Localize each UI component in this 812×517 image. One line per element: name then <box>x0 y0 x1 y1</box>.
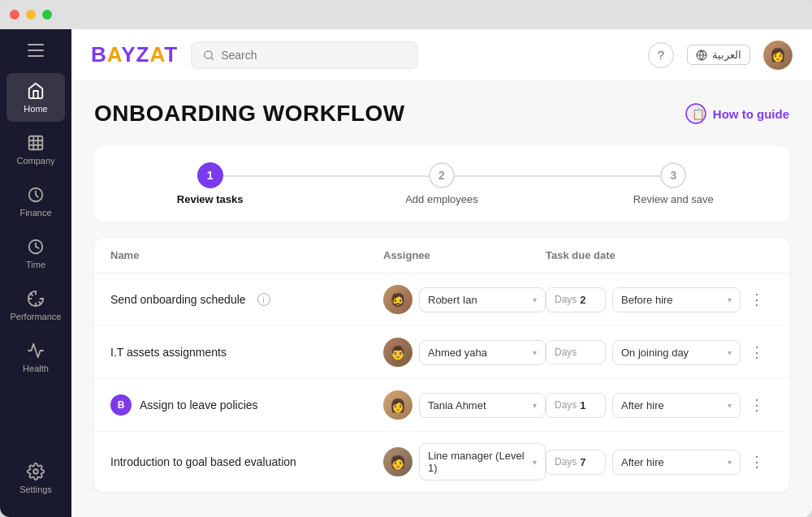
home-icon <box>26 81 45 101</box>
sidebar-item-settings[interactable]: Settings <box>6 454 65 502</box>
hamburger-button[interactable] <box>0 29 71 71</box>
sidebar-item-time[interactable]: Time <box>6 229 65 278</box>
sidebar-item-health[interactable]: Health <box>6 333 65 381</box>
assignee-avatar-0: 🧔 <box>383 285 412 314</box>
chevron-down-icon: ▾ <box>533 348 537 357</box>
days-input-2[interactable]: Days 1 <box>546 393 606 418</box>
assignee-name-1: Ahmed yaha <box>428 347 487 359</box>
help-button[interactable]: ? <box>648 42 674 68</box>
step-2[interactable]: 2 Add employees <box>326 162 557 205</box>
svg-line-5 <box>211 57 214 59</box>
assignee-name-0: Robert Ian <box>428 294 477 306</box>
svg-rect-0 <box>29 136 43 150</box>
assignee-select-1[interactable]: Ahmed yaha ▾ <box>419 340 546 365</box>
more-button-1[interactable]: ⋮ <box>741 340 773 364</box>
close-dot[interactable] <box>10 10 19 19</box>
assignee-avatar-2: 👩 <box>383 390 412 420</box>
sidebar-health-label: Health <box>23 364 49 373</box>
task-name-cell: I.T assets assignments <box>110 346 383 359</box>
minimize-dot[interactable] <box>26 10 36 19</box>
step-1-label: Review tasks <box>177 193 244 205</box>
chevron-down-icon: ▾ <box>533 401 537 410</box>
chevron-down-icon: ▾ <box>728 348 732 357</box>
timing-label-3: After hire <box>621 456 664 468</box>
days-input-1[interactable]: Days <box>546 340 606 364</box>
avatar-image: 👩 <box>763 41 793 70</box>
help-icon: ? <box>658 48 664 62</box>
timing-select-2[interactable]: After hire ▾ <box>612 393 741 418</box>
days-value-3: 7 <box>580 456 585 468</box>
avatar[interactable]: 👩 <box>763 41 793 70</box>
table-row: B Assign to leave policies 👩 Tania Ahmet… <box>94 379 789 432</box>
info-icon-0[interactable]: i <box>257 293 270 306</box>
svg-point-3 <box>33 469 38 474</box>
language-button[interactable]: العربية <box>687 45 750 65</box>
timing-label-2: After hire <box>621 399 664 411</box>
stepper: 1 Review tasks 2 Add employees <box>94 146 789 222</box>
performance-icon <box>26 289 45 308</box>
sidebar-settings-label: Settings <box>19 485 52 494</box>
health-icon <box>26 341 45 360</box>
step-3[interactable]: 3 Review and save <box>558 162 789 205</box>
page-body: ONBOARDING WORKFLOW 📋 How to guide <box>71 81 812 517</box>
timing-select-1[interactable]: On joining day ▾ <box>612 340 741 365</box>
more-button-3[interactable]: ⋮ <box>741 450 773 474</box>
chevron-down-icon: ▾ <box>533 295 537 304</box>
more-button-2[interactable]: ⋮ <box>741 393 773 417</box>
sidebar-item-home[interactable]: Home <box>6 73 65 122</box>
step-2-circle: 2 <box>429 162 455 188</box>
task-name-text-0: Send onboarding schedule <box>110 293 246 306</box>
step-1[interactable]: 1 Review tasks <box>94 162 326 205</box>
top-header: BAYZAT ? العرب <box>71 29 812 81</box>
chevron-down-icon: ▾ <box>728 458 732 467</box>
assignee-select-0[interactable]: Robert Ian ▾ <box>419 287 546 312</box>
step-3-circle: 3 <box>660 162 686 188</box>
assignee-name-2: Tania Ahmet <box>428 399 486 411</box>
days-input-0[interactable]: Days 2 <box>546 287 606 312</box>
col-header-actions <box>741 249 773 261</box>
days-label-1: Days <box>555 347 577 358</box>
how-to-guide-label: How to guide <box>713 107 789 121</box>
guide-icon: 📋 <box>685 103 706 124</box>
sidebar-item-company[interactable]: Company <box>6 125 65 174</box>
settings-icon <box>26 462 45 481</box>
search-input[interactable] <box>221 49 406 62</box>
days-value-2: 1 <box>580 399 585 411</box>
days-input-3[interactable]: Days 7 <box>546 450 606 475</box>
globe-icon <box>696 50 707 61</box>
task-name-cell: Introduction to goal based evaluation <box>110 455 383 468</box>
timing-select-0[interactable]: Before hire ▾ <box>612 287 741 312</box>
chevron-down-icon: ▾ <box>533 458 537 467</box>
col-header-due-date: Task due date <box>546 249 741 261</box>
search-bar[interactable] <box>191 41 418 69</box>
days-label-0: Days <box>555 294 577 305</box>
how-to-guide-button[interactable]: 📋 How to guide <box>685 103 789 124</box>
sidebar-home-label: Home <box>24 104 47 114</box>
assignee-cell-2: 👩 Tania Ahmet ▾ <box>383 390 546 420</box>
maximize-dot[interactable] <box>42 10 52 19</box>
assignee-cell-3: 🧑 Line manager (Level 1) ▾ <box>383 443 546 480</box>
assignee-avatar-1: 👨 <box>383 338 412 367</box>
sidebar-item-performance[interactable]: Performance <box>6 281 65 330</box>
timing-label-0: Before hire <box>621 294 673 306</box>
table-header: Name Assignee Task due date <box>94 238 789 274</box>
sidebar-item-finance[interactable]: Finance <box>6 177 65 226</box>
more-button-0[interactable]: ⋮ <box>741 287 773 312</box>
main-content: BAYZAT ? العرب <box>71 29 812 517</box>
app-window: Home Company <box>0 0 812 517</box>
days-label-3: Days <box>555 456 577 467</box>
assignee-cell-0: 🧔 Robert Ian ▾ <box>383 285 546 314</box>
sidebar-finance-label: Finance <box>19 208 51 218</box>
task-name-text-3: Introduction to goal based evaluation <box>110 455 296 468</box>
timing-select-3[interactable]: After hire ▾ <box>612 450 741 475</box>
language-label: العربية <box>712 49 741 61</box>
company-icon <box>26 133 45 153</box>
assignee-select-2[interactable]: Tania Ahmet ▾ <box>419 393 546 418</box>
due-date-cell-0: Days 2 Before hire ▾ <box>546 287 741 312</box>
due-date-cell-3: Days 7 After hire ▾ <box>546 450 741 475</box>
assignee-select-3[interactable]: Line manager (Level 1) ▾ <box>419 443 546 480</box>
task-badge-2: B <box>110 394 132 416</box>
task-name-cell: Send onboarding schedule i <box>110 293 383 306</box>
sidebar-performance-label: Performance <box>11 312 62 321</box>
task-name-cell: B Assign to leave policies <box>110 394 383 416</box>
